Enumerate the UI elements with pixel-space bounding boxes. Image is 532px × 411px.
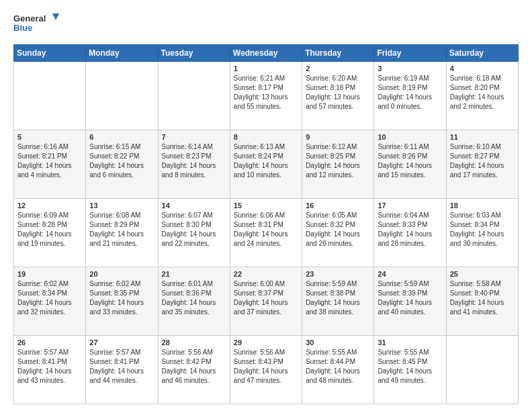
day-info: Sunrise: 6:05 AMSunset: 8:32 PMDaylight:…: [306, 211, 370, 248]
day-number: 11: [450, 133, 515, 141]
calendar-header-saturday: Saturday: [446, 45, 518, 62]
day-number: 17: [378, 201, 442, 210]
calendar-cell: 4Sunrise: 6:18 AMSunset: 8:20 PMDaylight…: [446, 62, 518, 130]
day-info: Sunrise: 6:14 AMSunset: 8:23 PMDaylight:…: [162, 142, 226, 180]
day-info: Sunrise: 6:00 AMSunset: 8:37 PMDaylight:…: [234, 279, 298, 317]
svg-text:Blue: Blue: [13, 23, 32, 33]
svg-text:General: General: [13, 13, 46, 24]
day-info: Sunrise: 6:11 AMSunset: 8:26 PMDaylight:…: [378, 142, 442, 180]
day-info: Sunrise: 6:07 AMSunset: 8:30 PMDaylight:…: [162, 211, 226, 248]
calendar-cell: 1Sunrise: 6:21 AMSunset: 8:17 PMDaylight…: [230, 62, 302, 130]
day-number: 28: [162, 338, 226, 347]
header: General Blue: [13, 11, 519, 38]
day-number: 2: [306, 64, 370, 73]
calendar-cell: 23Sunrise: 5:59 AMSunset: 8:38 PMDayligh…: [302, 267, 374, 336]
day-info: Sunrise: 5:57 AMSunset: 8:41 PMDaylight:…: [89, 348, 154, 385]
calendar-cell: 18Sunrise: 6:03 AMSunset: 8:34 PMDayligh…: [446, 199, 518, 267]
calendar-cell: 22Sunrise: 6:00 AMSunset: 8:37 PMDayligh…: [230, 267, 302, 336]
day-info: Sunrise: 6:09 AMSunset: 8:28 PMDaylight:…: [17, 211, 82, 248]
calendar-cell: 9Sunrise: 6:12 AMSunset: 8:25 PMDaylight…: [302, 130, 374, 199]
day-info: Sunrise: 6:20 AMSunset: 8:18 PMDaylight:…: [306, 74, 370, 111]
day-number: 3: [378, 64, 442, 73]
day-number: 29: [234, 338, 298, 347]
day-number: 5: [17, 133, 82, 141]
calendar-cell: 20Sunrise: 6:02 AMSunset: 8:35 PMDayligh…: [86, 267, 158, 336]
day-number: 18: [450, 201, 515, 210]
day-number: 20: [89, 270, 154, 278]
day-number: 23: [306, 270, 370, 278]
day-info: Sunrise: 6:21 AMSunset: 8:17 PMDaylight:…: [234, 74, 298, 111]
calendar-cell: 15Sunrise: 6:06 AMSunset: 8:31 PMDayligh…: [230, 199, 302, 267]
day-info: Sunrise: 5:56 AMSunset: 8:42 PMDaylight:…: [162, 348, 226, 385]
page: General Blue SundayMondayTuesdayWednesda…: [0, 0, 532, 411]
calendar-header-monday: Monday: [86, 45, 158, 62]
day-number: 8: [234, 133, 298, 141]
calendar-week-1: 1Sunrise: 6:21 AMSunset: 8:17 PMDaylight…: [14, 62, 519, 130]
calendar-cell: 10Sunrise: 6:11 AMSunset: 8:26 PMDayligh…: [374, 130, 446, 199]
calendar-cell: 26Sunrise: 5:57 AMSunset: 8:41 PMDayligh…: [14, 336, 86, 404]
day-info: Sunrise: 6:15 AMSunset: 8:22 PMDaylight:…: [89, 142, 154, 180]
calendar-cell: 24Sunrise: 5:59 AMSunset: 8:39 PMDayligh…: [374, 267, 446, 336]
day-info: Sunrise: 6:13 AMSunset: 8:24 PMDaylight:…: [234, 142, 298, 180]
calendar-cell: 16Sunrise: 6:05 AMSunset: 8:32 PMDayligh…: [302, 199, 374, 267]
logo: General Blue: [13, 11, 60, 38]
day-info: Sunrise: 6:18 AMSunset: 8:20 PMDaylight:…: [450, 74, 515, 111]
calendar-cell: [14, 62, 86, 130]
day-number: 15: [234, 201, 298, 210]
calendar-header-sunday: Sunday: [14, 45, 86, 62]
day-info: Sunrise: 5:59 AMSunset: 8:39 PMDaylight:…: [378, 279, 442, 317]
calendar-cell: 11Sunrise: 6:10 AMSunset: 8:27 PMDayligh…: [446, 130, 518, 199]
day-info: Sunrise: 5:58 AMSunset: 8:40 PMDaylight:…: [450, 279, 515, 317]
day-number: 9: [306, 133, 370, 141]
calendar-cell: [86, 62, 158, 130]
day-number: 1: [234, 64, 298, 73]
calendar-cell: 7Sunrise: 6:14 AMSunset: 8:23 PMDaylight…: [158, 130, 230, 199]
day-info: Sunrise: 5:56 AMSunset: 8:43 PMDaylight:…: [234, 348, 298, 385]
calendar-cell: 6Sunrise: 6:15 AMSunset: 8:22 PMDaylight…: [86, 130, 158, 199]
calendar-cell: 8Sunrise: 6:13 AMSunset: 8:24 PMDaylight…: [230, 130, 302, 199]
day-number: 21: [162, 270, 226, 278]
day-number: 14: [162, 201, 226, 210]
day-number: 26: [17, 338, 82, 347]
calendar-week-4: 19Sunrise: 6:02 AMSunset: 8:34 PMDayligh…: [14, 267, 519, 336]
calendar-cell: [158, 62, 230, 130]
day-info: Sunrise: 6:02 AMSunset: 8:34 PMDaylight:…: [17, 279, 82, 317]
day-info: Sunrise: 6:01 AMSunset: 8:36 PMDaylight:…: [162, 279, 226, 317]
calendar-header-friday: Friday: [374, 45, 446, 62]
calendar-week-5: 26Sunrise: 5:57 AMSunset: 8:41 PMDayligh…: [14, 336, 519, 404]
calendar-header-thursday: Thursday: [302, 45, 374, 62]
calendar-cell: 2Sunrise: 6:20 AMSunset: 8:18 PMDaylight…: [302, 62, 374, 130]
calendar-cell: 19Sunrise: 6:02 AMSunset: 8:34 PMDayligh…: [14, 267, 86, 336]
calendar-cell: 25Sunrise: 5:58 AMSunset: 8:40 PMDayligh…: [446, 267, 518, 336]
day-number: 22: [234, 270, 298, 278]
day-number: 12: [17, 201, 82, 210]
day-number: 24: [378, 270, 442, 278]
calendar-table: SundayMondayTuesdayWednesdayThursdayFrid…: [13, 44, 519, 404]
day-number: 6: [89, 133, 154, 141]
day-info: Sunrise: 5:55 AMSunset: 8:44 PMDaylight:…: [306, 348, 370, 385]
calendar-cell: 21Sunrise: 6:01 AMSunset: 8:36 PMDayligh…: [158, 267, 230, 336]
day-info: Sunrise: 6:16 AMSunset: 8:21 PMDaylight:…: [17, 142, 82, 180]
day-info: Sunrise: 6:10 AMSunset: 8:27 PMDaylight:…: [450, 142, 515, 180]
calendar-cell: 3Sunrise: 6:19 AMSunset: 8:19 PMDaylight…: [374, 62, 446, 130]
calendar-cell: 13Sunrise: 6:08 AMSunset: 8:29 PMDayligh…: [86, 199, 158, 267]
day-number: 10: [378, 133, 442, 141]
day-number: 30: [306, 338, 370, 347]
calendar-cell: [446, 336, 518, 404]
calendar-cell: 29Sunrise: 5:56 AMSunset: 8:43 PMDayligh…: [230, 336, 302, 404]
calendar-cell: 14Sunrise: 6:07 AMSunset: 8:30 PMDayligh…: [158, 199, 230, 267]
day-number: 25: [450, 270, 515, 278]
day-info: Sunrise: 6:04 AMSunset: 8:33 PMDaylight:…: [378, 211, 442, 248]
day-number: 16: [306, 201, 370, 210]
calendar-week-3: 12Sunrise: 6:09 AMSunset: 8:28 PMDayligh…: [14, 199, 519, 267]
day-number: 27: [89, 338, 154, 347]
day-info: Sunrise: 6:19 AMSunset: 8:19 PMDaylight:…: [378, 74, 442, 111]
day-info: Sunrise: 6:12 AMSunset: 8:25 PMDaylight:…: [306, 142, 370, 180]
day-info: Sunrise: 5:57 AMSunset: 8:41 PMDaylight:…: [17, 348, 82, 385]
day-info: Sunrise: 5:59 AMSunset: 8:38 PMDaylight:…: [306, 279, 370, 317]
calendar-cell: 31Sunrise: 5:55 AMSunset: 8:45 PMDayligh…: [374, 336, 446, 404]
calendar-cell: 30Sunrise: 5:55 AMSunset: 8:44 PMDayligh…: [302, 336, 374, 404]
calendar-header-wednesday: Wednesday: [230, 45, 302, 62]
day-info: Sunrise: 5:55 AMSunset: 8:45 PMDaylight:…: [378, 348, 442, 385]
calendar-cell: 27Sunrise: 5:57 AMSunset: 8:41 PMDayligh…: [86, 336, 158, 404]
